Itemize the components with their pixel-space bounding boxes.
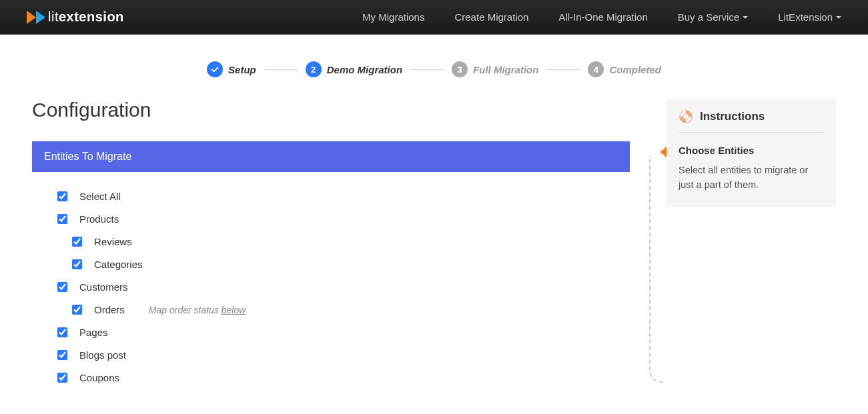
step-demo-migration[interactable]: 2 Demo Migration [306, 61, 402, 77]
checkbox-blogs[interactable] [57, 350, 67, 360]
step-number-badge: 2 [306, 61, 322, 77]
instructions-panel: Instructions Choose Entities Select all … [667, 99, 836, 207]
step-divider [546, 69, 580, 70]
label-orders: Orders [94, 304, 125, 315]
checkbox-coupons[interactable] [57, 373, 67, 383]
step-completed[interactable]: 4 Completed [588, 61, 661, 77]
label-pages: Pages [79, 327, 108, 338]
entity-blogs: Blogs post [57, 349, 630, 361]
label-reviews: Reviews [94, 236, 132, 247]
checkbox-pages[interactable] [57, 327, 67, 337]
entity-coupons: Coupons [57, 372, 630, 383]
svg-marker-0 [27, 11, 36, 24]
step-full-migration[interactable]: 3 Full Migration [452, 61, 538, 77]
instructions-subtitle: Choose Entities [679, 145, 824, 156]
nav-buy-service-label: Buy a Service [678, 11, 740, 23]
main-content: Configuration Entities To Migrate Select… [0, 99, 868, 414]
brand-text: litextension [48, 9, 124, 25]
step-setup-label: Setup [228, 64, 256, 75]
section-entities-header: Entities To Migrate [32, 141, 630, 172]
label-coupons: Coupons [79, 372, 119, 383]
label-categories: Categories [94, 259, 143, 270]
label-customers: Customers [79, 281, 128, 293]
instructions-header: Instructions [679, 109, 824, 133]
config-panel: Configuration Entities To Migrate Select… [32, 99, 630, 395]
orders-hint-prefix: Map order status [149, 305, 222, 315]
label-select-all: Select All [79, 191, 121, 202]
progress-stepper: Setup 2 Demo Migration 3 Full Migration … [0, 61, 868, 77]
entity-customers: Customers [57, 281, 630, 293]
nav-create-migration[interactable]: Create Migration [454, 11, 528, 23]
step-demo-label: Demo Migration [327, 64, 402, 75]
svg-point-3 [683, 114, 689, 119]
checkbox-reviews[interactable] [72, 237, 82, 247]
step-number-badge: 3 [452, 61, 468, 77]
nav-litextension[interactable]: LitExtension [778, 11, 841, 23]
step-setup[interactable]: Setup [207, 61, 256, 77]
nav-aio-migration[interactable]: All-In-One Migration [558, 11, 647, 23]
checkbox-products[interactable] [57, 214, 67, 224]
logo-icon [27, 9, 45, 25]
page-title: Configuration [32, 99, 630, 121]
check-icon [207, 61, 223, 77]
instructions-text: Select all entities to migrate or just a… [679, 163, 824, 193]
checkbox-customers[interactable] [57, 282, 67, 292]
caret-down-icon [743, 16, 748, 19]
label-products: Products [79, 213, 119, 225]
entity-select-all: Select All [57, 191, 630, 202]
caret-down-icon [836, 16, 841, 19]
entity-products: Products [57, 213, 630, 225]
nav-buy-service[interactable]: Buy a Service [678, 11, 749, 23]
entity-reviews: Reviews [72, 236, 630, 247]
step-completed-label: Completed [609, 64, 661, 75]
entity-orders: Orders Map order status below [72, 304, 630, 315]
step-full-label: Full Migration [473, 64, 538, 75]
orders-hint-link[interactable]: below [222, 305, 246, 315]
step-divider [410, 69, 444, 70]
nav-my-migrations[interactable]: My Migrations [362, 11, 424, 23]
checkbox-categories[interactable] [72, 259, 82, 269]
checkbox-select-all[interactable] [57, 191, 67, 201]
entities-list: Select All Products Reviews Categories C… [32, 172, 630, 383]
step-divider [264, 69, 298, 70]
dashed-connector [649, 156, 664, 383]
step-number-badge: 4 [588, 61, 604, 77]
instructions-title: Instructions [700, 110, 765, 123]
entity-categories: Categories [72, 259, 630, 270]
lifebuoy-icon [679, 109, 693, 124]
nav-litextension-label: LitExtension [778, 11, 833, 23]
svg-marker-1 [36, 11, 45, 24]
orders-hint: Map order status below [149, 305, 246, 315]
brand-logo[interactable]: litextension [27, 9, 124, 25]
label-blogs: Blogs post [79, 349, 126, 361]
nav-menu: My Migrations Create Migration All-In-On… [362, 11, 841, 23]
checkbox-orders[interactable] [72, 305, 82, 315]
entity-pages: Pages [57, 327, 630, 338]
top-nav: litextension My Migrations Create Migrat… [0, 0, 868, 35]
